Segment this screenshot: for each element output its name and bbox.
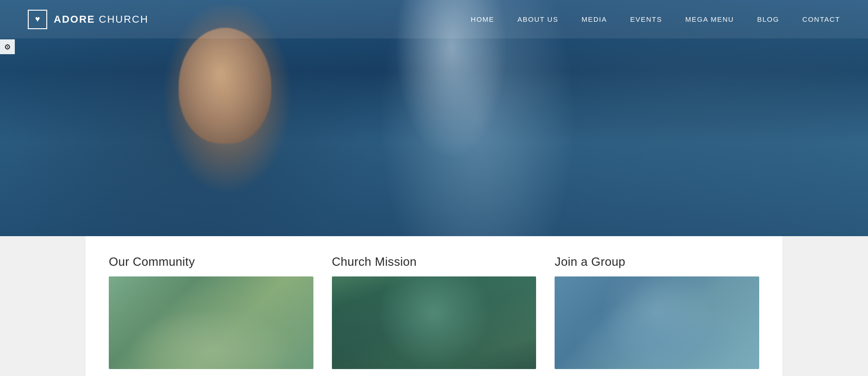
nav-item-home[interactable]: HOME (471, 15, 494, 24)
card-mission-title: Church Mission (332, 255, 537, 269)
card-community: Our Community (109, 255, 313, 369)
nav-link-home[interactable]: HOME (471, 15, 494, 23)
logo-text: ADORE CHURCH (54, 13, 149, 25)
nav-link-mega[interactable]: MEGA MENU (685, 15, 734, 23)
logo-icon: ♥ (28, 10, 47, 29)
nav-item-blog[interactable]: BLOG (757, 15, 779, 24)
nav-link-contact[interactable]: CONTACT (802, 15, 840, 23)
card-mission-image (332, 276, 537, 369)
hero-person-image (130, 5, 325, 236)
nav-link-blog[interactable]: BLOG (757, 15, 779, 23)
card-group-title: Join a Group (555, 255, 759, 269)
nav-link-events[interactable]: EVENTS (630, 15, 662, 23)
nav-item-contact[interactable]: CONTACT (802, 15, 840, 24)
nav-item-mega[interactable]: MEGA MENU (685, 15, 734, 24)
nav-item-media[interactable]: MEDIA (581, 15, 607, 24)
cards-container: Our Community Church Mission Join a Grou… (86, 236, 782, 376)
card-community-image (109, 276, 313, 369)
card-community-title: Our Community (109, 255, 313, 269)
nav-link-about[interactable]: ABOUT US (518, 15, 558, 23)
nav-item-about[interactable]: ABOUT US (518, 15, 558, 24)
nav-link-media[interactable]: MEDIA (581, 15, 607, 23)
logo-link[interactable]: ♥ ADORE CHURCH (28, 10, 149, 29)
logo-bold: ADORE (54, 13, 95, 25)
nav-item-events[interactable]: EVENTS (630, 15, 662, 24)
gear-icon[interactable]: ⚙ (0, 39, 15, 54)
card-group: Join a Group (555, 255, 759, 369)
navbar: ♥ ADORE CHURCH HOME ABOUT US MEDIA EVENT… (0, 0, 868, 38)
cards-section: Our Community Church Mission Join a Grou… (0, 236, 868, 376)
heart-icon: ♥ (35, 14, 40, 24)
card-mission: Church Mission (332, 255, 537, 369)
card-group-image (555, 276, 759, 369)
nav-links: HOME ABOUT US MEDIA EVENTS MEGA MENU BLO… (471, 15, 840, 24)
logo-light: CHURCH (95, 13, 148, 25)
